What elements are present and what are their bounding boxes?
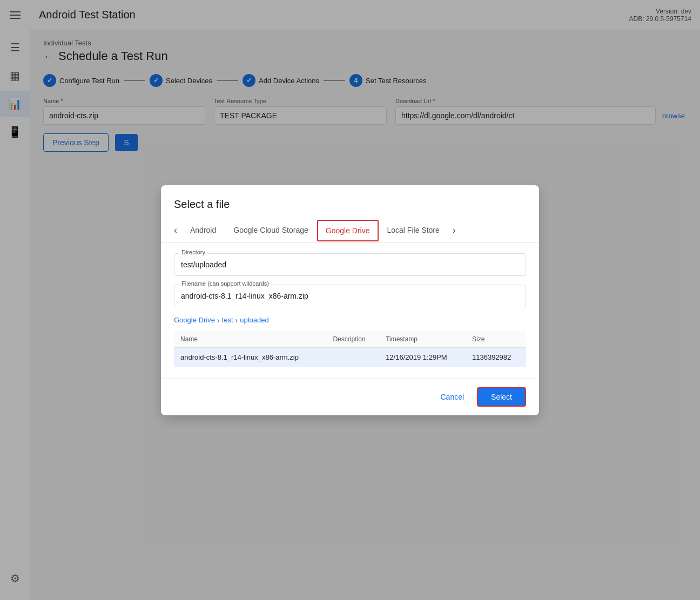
filename-input[interactable] (174, 285, 526, 307)
tab-gcs[interactable]: Google Cloud Storage (225, 219, 317, 242)
file-name: android-cts-8.1_r14-linux_x86-arm.zip (174, 347, 326, 367)
filename-field: Filename (can support wildcards) (174, 285, 526, 307)
dialog-title: Select a file (174, 198, 230, 210)
breadcrumb-sep2: › (235, 316, 238, 325)
col-description: Description (326, 331, 379, 348)
breadcrumb-folder1[interactable]: test (222, 316, 233, 324)
file-size: 1136392982 (466, 347, 526, 367)
directory-field: Directory (174, 253, 526, 276)
tab-next-button[interactable]: › (448, 220, 460, 240)
col-timestamp: Timestamp (379, 331, 466, 348)
directory-label: Directory (179, 249, 207, 255)
breadcrumb-folder2[interactable]: uploaded (240, 316, 269, 324)
dialog-footer: Cancel Select (161, 378, 539, 415)
file-description (326, 347, 379, 367)
file-breadcrumb: Google Drive › test › uploaded (174, 316, 526, 325)
file-table-header: Name Description Timestamp Size (174, 331, 526, 348)
directory-input[interactable] (174, 253, 526, 276)
tab-local[interactable]: Local File Store (379, 219, 448, 242)
file-table: Name Description Timestamp Size android-… (174, 331, 526, 367)
dialog-body: Directory Filename (can support wildcard… (161, 242, 539, 378)
dialog-overlay: Select a file ‹ Android Google Cloud Sto… (0, 0, 700, 600)
select-button[interactable]: Select (477, 387, 526, 407)
tab-gdrive[interactable]: Google Drive (317, 220, 379, 241)
dialog-header: Select a file (161, 185, 539, 219)
col-size: Size (466, 331, 526, 348)
dialog-tabs: ‹ Android Google Cloud Storage Google Dr… (161, 219, 539, 242)
file-table-body: android-cts-8.1_r14-linux_x86-arm.zip 12… (174, 347, 526, 367)
tab-prev-button[interactable]: ‹ (170, 220, 181, 240)
cancel-button[interactable]: Cancel (436, 388, 468, 406)
tab-android[interactable]: Android (181, 219, 225, 242)
breadcrumb-root[interactable]: Google Drive (174, 316, 215, 324)
filename-label: Filename (can support wildcards) (179, 280, 271, 287)
select-file-dialog: Select a file ‹ Android Google Cloud Sto… (161, 185, 539, 415)
file-row[interactable]: android-cts-8.1_r14-linux_x86-arm.zip 12… (174, 347, 526, 367)
file-timestamp: 12/16/2019 1:29PM (379, 347, 466, 367)
col-name: Name (174, 331, 326, 348)
breadcrumb-sep1: › (217, 316, 220, 325)
